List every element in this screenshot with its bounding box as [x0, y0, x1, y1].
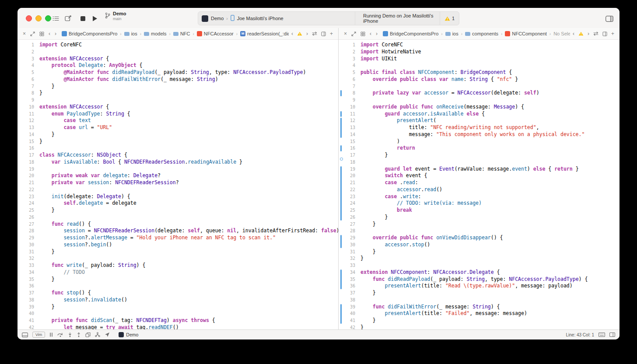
code-line[interactable]: 25 } — [18, 207, 338, 214]
step-into-icon[interactable] — [68, 332, 72, 337]
line-number[interactable]: 13 — [18, 124, 34, 131]
line-number[interactable]: 3 — [339, 56, 355, 63]
keyboard-icon[interactable] — [598, 332, 605, 337]
line-number[interactable]: 6 — [339, 76, 355, 83]
code-line[interactable]: 34 // TODO — [18, 269, 338, 276]
code-editor[interactable]: 1import CoreNFC2import HotwireNative3imp… — [339, 40, 620, 330]
code-line[interactable]: 42} — [339, 324, 620, 330]
back-icon[interactable]: ‹ — [47, 31, 52, 36]
line-number[interactable]: 29 — [18, 234, 34, 242]
split-editor-icon[interactable] — [350, 32, 358, 36]
line-number[interactable]: 36 — [18, 283, 34, 290]
code-line[interactable]: 7 } — [18, 83, 338, 90]
code-line[interactable]: 5 @MainActor func didReadPayload(_ paylo… — [18, 69, 338, 76]
line-number[interactable]: 39 — [18, 304, 34, 311]
code-line[interactable]: 4 protocol Delegate: AnyObject { — [18, 62, 338, 69]
step-over-icon[interactable] — [57, 332, 63, 337]
line-number[interactable]: 10 — [339, 104, 355, 111]
line-number[interactable]: 38 — [18, 297, 34, 304]
counterparts-icon[interactable] — [592, 32, 600, 36]
close-split-icon[interactable]: × — [21, 31, 28, 36]
simulate-location-icon[interactable] — [105, 332, 110, 337]
prev-issue-icon[interactable]: ‹ — [571, 31, 576, 36]
navigator-toggle-icon[interactable] — [52, 15, 60, 22]
code-line[interactable]: 30 accessor.stop() — [339, 242, 620, 248]
code-line[interactable]: 37 func stop() { — [18, 290, 338, 297]
line-number[interactable]: 10 — [18, 104, 34, 111]
pause-icon[interactable] — [49, 332, 53, 337]
code-line[interactable]: 41 } — [339, 317, 620, 324]
breadcrumb-item[interactable]: NFCAccessor — [197, 31, 234, 36]
code-line[interactable]: 26 — [18, 214, 338, 221]
line-number[interactable]: 37 — [339, 290, 355, 297]
line-number[interactable]: 28 — [18, 228, 34, 234]
code-line[interactable]: 42 let message = try await tag.readNDEF(… — [18, 324, 338, 330]
pane-divider[interactable] — [338, 28, 339, 330]
related-items-icon[interactable] — [38, 32, 46, 36]
line-number[interactable]: 18 — [18, 159, 34, 166]
run-destination-selector[interactable]: Demo › Joe Masilotti's iPhone — [198, 12, 355, 25]
code-line[interactable]: 7 — [339, 83, 620, 90]
line-number[interactable]: 15 — [339, 138, 355, 145]
line-number[interactable]: 5 — [339, 69, 355, 76]
code-line[interactable]: 23 case .write: — [339, 193, 620, 200]
line-number[interactable]: 33 — [339, 262, 355, 269]
code-line[interactable]: 3extension NFCAccessor { — [18, 56, 338, 63]
line-number[interactable]: 4 — [18, 62, 34, 69]
breadcrumb-item[interactable]: components — [465, 31, 498, 36]
code-line[interactable]: 28 — [339, 228, 620, 234]
line-number[interactable]: 17 — [18, 152, 34, 159]
code-line[interactable]: 36 presentAlert(title: "Read \(type.rawV… — [339, 283, 620, 290]
code-line[interactable]: 18 var isAvailable: Bool { NFCNDEFReader… — [18, 159, 338, 166]
code-line[interactable]: 1import CoreNFC — [339, 42, 620, 49]
line-number[interactable]: 2 — [18, 49, 34, 56]
code-line[interactable]: 39 } — [18, 304, 338, 311]
issue-warning-icon[interactable] — [295, 32, 304, 36]
scheme-selector[interactable]: Demo main — [105, 11, 126, 21]
compose-editor-icon[interactable] — [64, 14, 72, 22]
code-line[interactable]: 19 guard let event = Event(rawValue: mes… — [339, 166, 620, 173]
code-line[interactable]: 23 init(delegate: Delegate) { — [18, 193, 338, 200]
line-number[interactable]: 31 — [339, 248, 355, 256]
next-issue-icon[interactable]: › — [586, 31, 591, 36]
line-number[interactable]: 4 — [339, 62, 355, 69]
line-number[interactable]: 1 — [339, 42, 355, 49]
code-line[interactable]: 9 — [339, 97, 620, 104]
code-line[interactable]: 37 } — [339, 290, 620, 297]
breadcrumb-item[interactable]: ios — [124, 31, 137, 36]
line-number[interactable]: 22 — [18, 186, 34, 193]
code-line[interactable]: 1import CoreNFC — [18, 42, 338, 49]
code-line[interactable]: 8 private lazy var accessor = NFCAccesso… — [339, 90, 620, 97]
code-line[interactable]: 9 — [18, 97, 338, 104]
close-window-button[interactable] — [26, 15, 32, 21]
line-number[interactable]: 12 — [18, 117, 34, 124]
code-line[interactable]: 24 // TODO: write(via: message) — [339, 200, 620, 207]
prev-issue-icon[interactable]: ‹ — [290, 31, 295, 36]
back-icon[interactable]: ‹ — [368, 31, 373, 36]
line-number[interactable]: 42 — [339, 324, 355, 330]
code-line[interactable]: 15 ) — [339, 138, 620, 145]
code-line[interactable]: 6 override public class var name: String… — [339, 76, 620, 83]
line-number[interactable]: 32 — [18, 255, 34, 262]
line-number[interactable]: 20 — [18, 172, 34, 179]
line-number[interactable]: 35 — [18, 276, 34, 283]
line-number[interactable]: 30 — [18, 242, 34, 248]
code-line[interactable]: 32 — [18, 255, 338, 262]
code-line[interactable]: 11 enum PayloadType: String { — [18, 111, 338, 118]
code-line[interactable]: 17class NFCAccessor: NSObject { — [18, 152, 338, 159]
code-line[interactable]: 19 — [18, 166, 338, 173]
code-line[interactable]: 10 override public func onReceive(messag… — [339, 104, 620, 111]
line-number[interactable]: 38 — [339, 297, 355, 304]
code-line[interactable]: 2 — [18, 49, 338, 56]
line-number[interactable]: 21 — [18, 179, 34, 186]
breadcrumb-item[interactable]: BridgeComponentsPro — [383, 31, 438, 36]
line-number[interactable]: 5 — [18, 69, 34, 76]
vim-mode-badge[interactable]: Vim — [32, 332, 45, 338]
code-line[interactable]: 10extension NFCAccessor { — [18, 104, 338, 111]
minimap-icon[interactable] — [319, 32, 328, 36]
code-line[interactable]: 11 guard accessor.isAvailable else { — [339, 111, 620, 118]
add-editor-icon[interactable]: + — [609, 31, 616, 36]
line-number[interactable]: 27 — [339, 221, 355, 228]
line-number[interactable]: 27 — [18, 221, 34, 228]
line-number[interactable]: 25 — [18, 207, 34, 214]
